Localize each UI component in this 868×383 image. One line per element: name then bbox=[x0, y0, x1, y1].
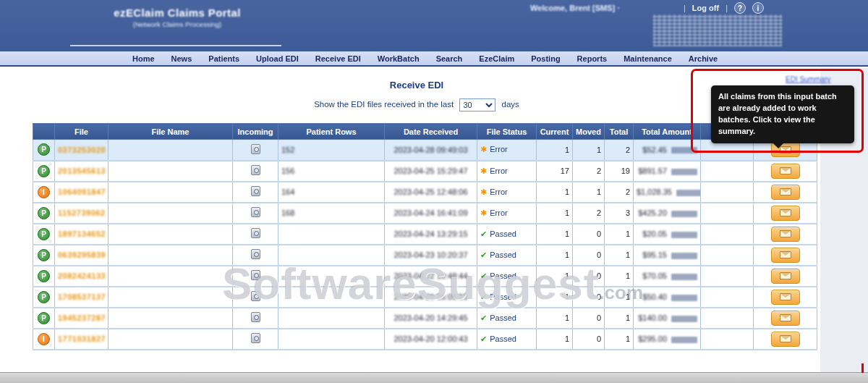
view-summary-icon[interactable] bbox=[251, 186, 260, 196]
total-amount-value: $425.20 bbox=[638, 209, 667, 217]
open-summary-button[interactable] bbox=[771, 269, 800, 284]
date-received-value: 2023-04-23 10:20:37 bbox=[393, 251, 467, 259]
file-status-text: Passed bbox=[490, 230, 516, 238]
nav-item-receive-edi[interactable]: Receive EDI bbox=[315, 54, 361, 63]
claim-type-icon: I bbox=[38, 186, 50, 198]
file-id-link[interactable]: 0639295839 bbox=[58, 251, 106, 259]
nav-item-maintenance[interactable]: Maintenance bbox=[624, 54, 672, 63]
column-header-moved: Moved bbox=[573, 124, 605, 140]
help-icon[interactable]: ? bbox=[734, 2, 746, 14]
status-cell bbox=[701, 329, 754, 350]
column-header-file: File bbox=[55, 124, 109, 140]
total-amount-value: $52.45 bbox=[642, 146, 667, 154]
view-summary-icon[interactable] bbox=[251, 144, 260, 154]
open-summary-button[interactable] bbox=[771, 206, 800, 221]
total-amount-value: $140.00 bbox=[638, 313, 667, 322]
view-summary-icon[interactable] bbox=[251, 249, 260, 259]
current-value: 1 bbox=[537, 245, 573, 266]
table-row: P 2082424133 2023-04-22 10:48:44 ✔Passed… bbox=[33, 266, 817, 287]
file-name-cell bbox=[109, 182, 233, 203]
log-off-link[interactable]: Log off bbox=[692, 4, 719, 12]
date-received-value: 2023-04-21 16:05:51 bbox=[393, 292, 467, 301]
nav-item-search[interactable]: Search bbox=[436, 54, 463, 63]
total-amount-value: $95.15 bbox=[642, 251, 667, 259]
nav-item-upload-edi[interactable]: Upload EDI bbox=[256, 54, 299, 63]
date-received-value: 2023-04-24 13:29:15 bbox=[393, 230, 467, 238]
open-summary-button[interactable] bbox=[771, 290, 800, 305]
file-id-link[interactable]: 0373253020 bbox=[58, 146, 106, 154]
claim-type-icon: P bbox=[38, 249, 50, 261]
days-filter: Show the EDI files received in the last … bbox=[0, 98, 833, 111]
date-received-value: 2023-04-24 16:41:09 bbox=[393, 209, 467, 217]
open-summary-button[interactable] bbox=[771, 332, 800, 347]
days-select[interactable]: 30 bbox=[459, 98, 495, 111]
nav-item-ezeclaim[interactable]: EzeClaim bbox=[479, 54, 514, 63]
file-name-cell bbox=[109, 161, 233, 182]
info-icon[interactable]: i bbox=[752, 2, 764, 14]
file-id-link[interactable]: 1708537137 bbox=[58, 292, 106, 301]
total-value: 1 bbox=[605, 308, 634, 329]
view-summary-icon[interactable] bbox=[251, 291, 260, 301]
column-header-current: Current bbox=[537, 124, 573, 140]
claim-type-icon: P bbox=[38, 291, 50, 303]
total-amount-value: $295.00 bbox=[638, 334, 667, 343]
main-nav: HomeNewsPatientsUpload EDIReceive EDIWor… bbox=[0, 51, 868, 67]
welcome-text: Welcome, Brent [SMS] · bbox=[530, 4, 620, 12]
total-value: 2 bbox=[605, 140, 634, 161]
redacted-amount-note bbox=[671, 337, 697, 343]
redacted-amount-note bbox=[671, 316, 697, 322]
file-id-link[interactable]: 2082424133 bbox=[58, 272, 106, 280]
total-amount-value: $891.57 bbox=[638, 167, 667, 175]
file-id-link[interactable]: 1897134652 bbox=[58, 230, 106, 238]
nav-item-news[interactable]: News bbox=[171, 54, 192, 63]
current-value: 1 bbox=[537, 224, 573, 245]
nav-item-patients[interactable]: Patients bbox=[208, 54, 239, 63]
nav-item-workbatch[interactable]: WorkBatch bbox=[378, 54, 420, 63]
current-value: 1 bbox=[537, 140, 573, 161]
nav-item-home[interactable]: Home bbox=[132, 54, 155, 63]
column-header-blank-0 bbox=[33, 124, 55, 140]
moved-value: 1 bbox=[573, 140, 605, 161]
file-id-link[interactable]: 1152739062 bbox=[58, 209, 106, 217]
redacted-amount-note bbox=[676, 190, 701, 196]
status-cell bbox=[701, 224, 754, 245]
view-summary-icon[interactable] bbox=[251, 312, 260, 322]
file-id-link[interactable]: 1064091847 bbox=[58, 188, 106, 196]
current-value: 1 bbox=[537, 266, 573, 287]
claim-type-icon: P bbox=[38, 228, 50, 240]
current-value: 1 bbox=[537, 329, 573, 350]
nav-item-posting[interactable]: Posting bbox=[531, 54, 560, 63]
column-header-patient-rows: Patient Rows bbox=[278, 124, 385, 140]
open-summary-button[interactable] bbox=[771, 227, 800, 242]
edi-summary-link[interactable]: EDI Summary bbox=[786, 75, 830, 83]
file-id-link[interactable]: 2013545613 bbox=[58, 167, 106, 175]
open-summary-button[interactable] bbox=[771, 248, 800, 263]
file-id-link[interactable]: 1771031827 bbox=[58, 334, 106, 343]
view-summary-icon[interactable] bbox=[251, 228, 260, 238]
envelope-icon bbox=[780, 167, 791, 174]
file-status-text: Passed bbox=[490, 251, 516, 259]
view-summary-icon[interactable] bbox=[251, 333, 260, 343]
redacted-amount-note bbox=[671, 169, 697, 175]
envelope-icon bbox=[780, 209, 791, 216]
claim-type-icon: P bbox=[38, 207, 50, 219]
file-status-icon: ✱ bbox=[480, 209, 487, 217]
batch-tooltip: All claims from this input batch are alr… bbox=[711, 85, 854, 143]
nav-item-archive[interactable]: Archive bbox=[689, 54, 718, 63]
view-summary-icon[interactable] bbox=[251, 165, 260, 175]
envelope-icon bbox=[780, 188, 791, 195]
file-id-link[interactable]: 1945237287 bbox=[58, 313, 106, 322]
total-amount-value: $20.05 bbox=[642, 230, 667, 238]
date-received-value: 2023-04-25 12:48:06 bbox=[393, 188, 467, 196]
date-received-value: 2023-04-20 14:29:45 bbox=[393, 313, 467, 322]
open-summary-button[interactable] bbox=[771, 185, 800, 200]
view-summary-icon[interactable] bbox=[251, 270, 260, 280]
date-received-value: 2023-04-20 12:00:43 bbox=[393, 334, 467, 343]
redacted-amount-note bbox=[671, 295, 697, 301]
open-summary-button[interactable] bbox=[771, 311, 800, 326]
open-summary-button[interactable] bbox=[771, 164, 800, 179]
file-status-icon: ✔ bbox=[480, 251, 487, 259]
view-summary-icon[interactable] bbox=[251, 207, 260, 217]
edi-files-table: FileFile NameIncomingPatient RowsDate Re… bbox=[33, 123, 817, 350]
nav-item-reports[interactable]: Reports bbox=[577, 54, 608, 63]
